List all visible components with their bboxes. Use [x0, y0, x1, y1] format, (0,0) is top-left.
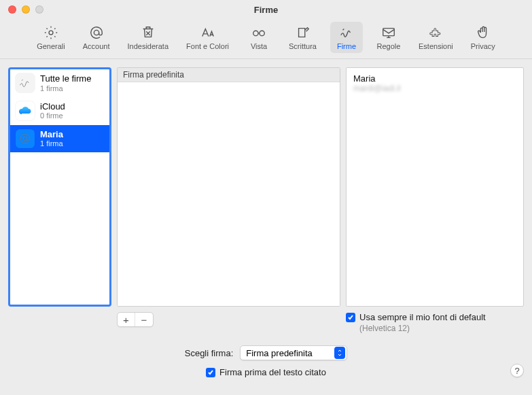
preview-name: Maria — [353, 73, 516, 84]
close-button[interactable] — [8, 5, 16, 14]
window-controls — [8, 5, 43, 14]
preferences-window: Firme Generali Account Indesiderata Font… — [0, 0, 532, 395]
tab-label: Scrittura — [289, 42, 317, 50]
signatures-list[interactable]: Firma predefinita — [117, 67, 340, 307]
svg-point-1 — [94, 30, 99, 35]
window-title: Firme — [0, 5, 532, 15]
font-icon — [200, 24, 216, 41]
svg-rect-4 — [383, 29, 395, 36]
tab-label: Account — [83, 42, 110, 50]
tab-junk[interactable]: Indesiderata — [124, 22, 173, 53]
preview-email: mardi@iadi.il — [353, 84, 516, 93]
compose-icon — [295, 24, 311, 41]
tab-viewing[interactable]: Vista — [243, 22, 275, 53]
account-sub: 1 firma — [40, 139, 63, 148]
use-default-font-checkbox[interactable]: Usa sempre il mio font di default — [346, 312, 524, 322]
signature-list-header[interactable]: Firma predefinita — [118, 68, 340, 82]
hand-icon — [475, 24, 491, 41]
popup-value: Firma predefinita — [246, 348, 313, 358]
choose-signature-popup[interactable]: Firma predefinita — [240, 345, 347, 360]
bottom-controls: Scegli firma: Firma predefinita Firma pr… — [8, 345, 524, 377]
tab-fonts[interactable]: Font e Colori — [182, 22, 233, 53]
account-all-signatures[interactable]: Tutte le firme 1 firma — [10, 69, 109, 97]
tab-label: Firme — [337, 42, 356, 50]
trash-icon — [140, 24, 156, 41]
checkbox-label: Firma prima del testo citato — [219, 367, 326, 377]
tab-extensions[interactable]: Estensioni — [414, 22, 457, 53]
cloud-icon — [16, 101, 35, 120]
tab-account[interactable]: Account — [79, 22, 114, 53]
signature-icon — [338, 24, 355, 41]
tab-rules[interactable]: Regole — [372, 22, 405, 53]
minimize-button[interactable] — [22, 5, 30, 14]
glasses-icon — [251, 24, 267, 41]
signature-preview[interactable]: Maria mardi@iadi.il — [346, 67, 524, 307]
choose-signature-label: Scegli firma: — [185, 348, 234, 358]
choose-signature-row: Scegli firma: Firma predefinita — [185, 345, 348, 360]
help-button[interactable]: ? — [510, 364, 524, 377]
signature-before-quote-checkbox[interactable]: Firma prima del testo citato — [206, 367, 326, 377]
tab-label: Generali — [37, 42, 65, 50]
account-name: iCloud — [40, 101, 65, 112]
signature-list-body — [118, 82, 340, 306]
remove-signature-button[interactable]: − — [135, 313, 153, 326]
account-icloud[interactable]: iCloud 0 firme — [10, 97, 109, 125]
account-name: Maria — [40, 129, 63, 140]
account-sub: 0 firme — [40, 111, 65, 120]
signature-icon — [16, 73, 35, 92]
rules-icon — [380, 24, 397, 41]
puzzle-icon — [427, 24, 444, 41]
tab-label: Indesiderata — [128, 42, 169, 50]
panes: Tutte le firme 1 firma iCloud 0 firme — [8, 67, 524, 307]
content-area: Tutte le firme 1 firma iCloud 0 firme — [0, 59, 532, 395]
titlebar: Firme — [0, 0, 532, 19]
tab-privacy[interactable]: Privacy — [467, 22, 499, 53]
svg-point-0 — [49, 31, 53, 35]
tab-label: Privacy — [471, 42, 495, 50]
svg-point-2 — [253, 31, 258, 35]
svg-point-3 — [260, 31, 264, 35]
tab-label: Regole — [377, 42, 401, 50]
tab-label: Font e Colori — [186, 42, 229, 50]
account-maria[interactable]: Maria 1 firma — [10, 125, 109, 153]
checkbox-checked-icon — [206, 368, 215, 377]
tab-signatures[interactable]: Firme — [330, 22, 363, 53]
checkbox-checked-icon — [346, 313, 355, 322]
tab-label: Estensioni — [419, 42, 453, 50]
updown-arrows-icon — [334, 347, 345, 359]
zoom-button[interactable] — [35, 5, 43, 14]
at-icon — [88, 24, 105, 41]
account-sub: 1 firma — [40, 84, 91, 93]
below-panes: + − Usa sempre il mio font di default (H… — [8, 312, 524, 333]
tab-composing[interactable]: Scrittura — [285, 22, 321, 53]
add-remove-control: + − — [117, 312, 154, 327]
font-option: Usa sempre il mio font di default (Helve… — [346, 312, 524, 333]
preferences-toolbar: Generali Account Indesiderata Font e Col… — [0, 19, 532, 59]
accounts-list[interactable]: Tutte le firme 1 firma iCloud 0 firme — [8, 67, 111, 307]
at-icon — [16, 129, 35, 148]
tab-general[interactable]: Generali — [33, 22, 69, 53]
add-signature-button[interactable]: + — [118, 313, 135, 326]
checkbox-label: Usa sempre il mio font di default — [359, 312, 486, 322]
tab-label: Vista — [251, 42, 267, 50]
gear-icon — [43, 24, 59, 41]
svg-point-5 — [23, 137, 27, 141]
account-name: Tutte le firme — [40, 73, 91, 84]
font-sub-label: (Helvetica 12) — [359, 324, 524, 333]
